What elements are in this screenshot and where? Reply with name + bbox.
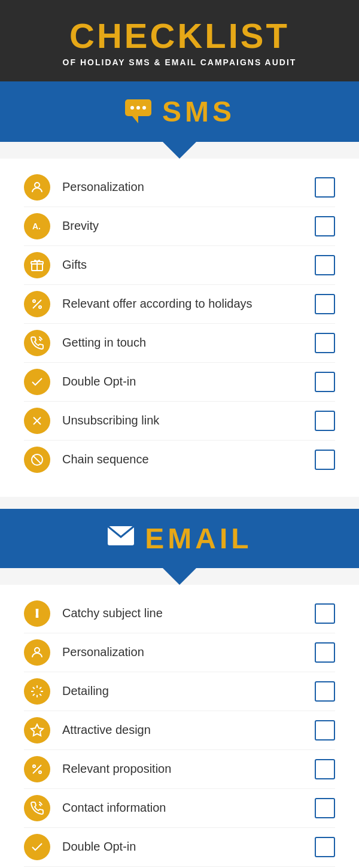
svg-point-5 xyxy=(35,183,39,187)
svg-point-11 xyxy=(39,306,41,308)
svg-line-24 xyxy=(33,687,35,689)
sms-item-brevity: A. Brevity xyxy=(24,207,335,246)
close-icon xyxy=(24,408,50,434)
star-icon xyxy=(24,717,50,743)
email-item-contact-information: Contact information xyxy=(24,789,335,828)
text-icon: A. xyxy=(24,213,50,239)
sms-getting-in-touch-checkbox[interactable] xyxy=(315,333,335,353)
email-relevant-proposition-label: Relevant proposition xyxy=(62,762,315,776)
svg-point-1 xyxy=(130,106,134,110)
svg-marker-28 xyxy=(31,724,43,736)
svg-point-10 xyxy=(33,300,35,302)
email-icon xyxy=(107,524,135,553)
check-icon-email xyxy=(24,834,50,860)
page-subtitle: OF HOLIDAY SMS & EMAIL CAMPAIGNS AUDIT xyxy=(12,57,347,67)
email-detailing-checkbox[interactable] xyxy=(315,681,335,702)
email-contact-information-checkbox[interactable] xyxy=(315,798,335,818)
email-item-personalization: Personalization xyxy=(24,633,335,672)
sms-double-optin-label: Double Opt-in xyxy=(62,375,315,389)
email-personalization-checkbox[interactable] xyxy=(315,642,335,663)
email-contact-information-label: Contact information xyxy=(62,801,315,815)
svg-point-29 xyxy=(33,765,35,767)
email-checklist: ! Catchy subject line Personalization xyxy=(0,585,359,868)
svg-point-3 xyxy=(142,106,146,110)
svg-line-16 xyxy=(33,456,41,464)
sms-gifts-checkbox[interactable] xyxy=(315,255,335,275)
svg-point-30 xyxy=(39,771,41,773)
email-personalization-label: Personalization xyxy=(62,645,315,659)
sms-unsubscribing-checkbox[interactable] xyxy=(315,411,335,431)
sms-banner-arrow xyxy=(163,142,196,159)
email-catchy-subject-label: Catchy subject line xyxy=(62,606,315,620)
sms-personalization-label: Personalization xyxy=(62,180,315,194)
sms-item-double-optin: Double Opt-in xyxy=(24,363,335,402)
email-attractive-design-checkbox[interactable] xyxy=(315,720,335,740)
svg-line-26 xyxy=(39,687,41,689)
sms-double-optin-checkbox[interactable] xyxy=(315,372,335,392)
email-section-title: EMAIL xyxy=(145,522,252,555)
person-icon-email xyxy=(24,639,50,666)
phone-icon-email xyxy=(24,795,50,821)
sms-relevant-offer-checkbox[interactable] xyxy=(315,294,335,314)
sms-icon xyxy=(124,95,153,129)
sms-checklist: Personalization A. Brevity Gifts xyxy=(0,159,359,497)
exclamation-icon: ! xyxy=(24,600,50,627)
email-banner-arrow xyxy=(163,568,196,585)
svg-text:!: ! xyxy=(35,608,39,620)
sms-relevant-offer-label: Relevant offer according to holidays xyxy=(62,297,315,311)
sms-item-chain-sequence: Chain sequence xyxy=(24,441,335,479)
email-item-relevant-proposition: Relevant proposition xyxy=(24,750,335,789)
person-icon xyxy=(24,174,50,201)
sms-item-gifts: Gifts xyxy=(24,246,335,285)
sms-chain-sequence-label: Chain sequence xyxy=(62,453,315,466)
page-title: CHECKLIST xyxy=(12,17,347,55)
sms-item-unsubscribing: Unsubscribing link xyxy=(24,402,335,441)
svg-point-19 xyxy=(35,648,39,652)
sms-brevity-checkbox[interactable] xyxy=(315,216,335,236)
email-banner: EMAIL xyxy=(0,509,359,568)
svg-line-12 xyxy=(33,300,41,308)
sms-item-getting-in-touch: Getting in touch xyxy=(24,324,335,363)
sms-item-personalization: Personalization xyxy=(24,168,335,207)
email-item-double-optin: Double Opt-in xyxy=(24,828,335,867)
email-double-optin-checkbox[interactable] xyxy=(315,837,335,857)
email-relevant-proposition-checkbox[interactable] xyxy=(315,759,335,779)
email-attractive-design-label: Attractive design xyxy=(62,723,315,737)
email-catchy-subject-checkbox[interactable] xyxy=(315,603,335,624)
percent-icon xyxy=(24,291,50,317)
percent-icon-email xyxy=(24,756,50,782)
sparkle-icon xyxy=(24,678,50,705)
section-divider xyxy=(0,497,359,509)
ban-icon xyxy=(24,447,50,473)
sms-getting-in-touch-label: Getting in touch xyxy=(62,336,315,350)
page-header: CHECKLIST OF HOLIDAY SMS & EMAIL CAMPAIG… xyxy=(0,0,359,81)
sms-banner: SMS xyxy=(0,81,359,142)
email-double-optin-label: Double Opt-in xyxy=(62,840,315,854)
sms-brevity-label: Brevity xyxy=(62,219,315,233)
sms-gifts-label: Gifts xyxy=(62,258,315,272)
check-icon xyxy=(24,369,50,395)
sms-personalization-checkbox[interactable] xyxy=(315,177,335,198)
sms-chain-sequence-checkbox[interactable] xyxy=(315,450,335,470)
svg-line-25 xyxy=(39,694,41,696)
gift-icon xyxy=(24,252,50,278)
svg-line-31 xyxy=(33,765,41,773)
sms-item-relevant-offer: Relevant offer according to holidays xyxy=(24,285,335,324)
sms-section-title: SMS xyxy=(162,95,235,128)
phone-icon xyxy=(24,330,50,356)
email-item-attractive-design: Attractive design xyxy=(24,711,335,750)
svg-line-27 xyxy=(33,694,35,696)
svg-marker-4 xyxy=(132,116,138,123)
email-detailing-label: Detailing xyxy=(62,684,315,698)
svg-text:A.: A. xyxy=(32,221,41,231)
sms-unsubscribing-label: Unsubscribing link xyxy=(62,414,315,427)
email-item-detailing: Detailing xyxy=(24,672,335,711)
email-item-catchy-subject: ! Catchy subject line xyxy=(24,594,335,633)
svg-point-2 xyxy=(136,106,140,110)
